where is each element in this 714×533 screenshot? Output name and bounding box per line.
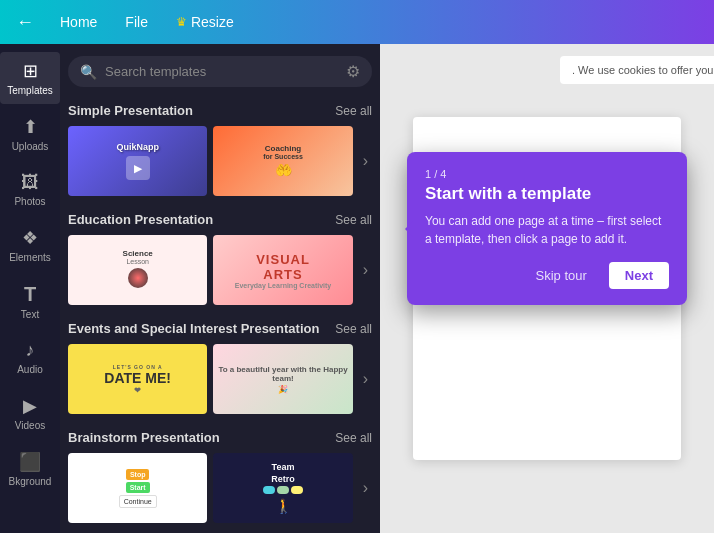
template-cards-events: LET'S GO ON A DATE ME! ❤ To a beautiful … bbox=[68, 344, 353, 414]
template-row-events: LET'S GO ON A DATE ME! ❤ To a beautiful … bbox=[68, 344, 372, 414]
main-layout: ⊞ Templates ⬆ Uploads 🖼 Photos ❖ Element… bbox=[0, 44, 714, 533]
section-header-events: Events and Special Interest Presentation… bbox=[68, 321, 372, 336]
template-card-team-retro[interactable]: Team Retro 🚶 bbox=[213, 453, 352, 523]
sidebar-label-uploads: Uploads bbox=[12, 141, 49, 152]
videos-icon: ▶ bbox=[23, 395, 37, 417]
tour-actions: Skip tour Next bbox=[425, 262, 669, 289]
see-all-simple[interactable]: See all bbox=[335, 104, 372, 118]
tour-popup: 1 / 4 Start with a template You can add … bbox=[407, 152, 687, 305]
photos-icon: 🖼 bbox=[21, 172, 39, 193]
events-arrow-right[interactable]: › bbox=[359, 366, 372, 392]
uploads-icon: ⬆ bbox=[23, 116, 38, 138]
sidebar-item-videos[interactable]: ▶ Videos bbox=[0, 387, 60, 439]
section-title-brainstorm: Brainstorm Presentation bbox=[68, 430, 220, 445]
sidebar-item-background[interactable]: ⬛ Bkground bbox=[0, 443, 60, 495]
template-row-education: Science Lesson VISUAL ARTS Everyday Lear… bbox=[68, 235, 372, 305]
audio-icon: ♪ bbox=[26, 340, 35, 361]
section-header-education: Education Presentation See all bbox=[68, 212, 372, 227]
template-cards-brainstorm: Stop Start Continue Team Retro 🚶 bbox=[68, 453, 353, 523]
template-cards-simple: QuikNapp ▶ Coaching for Success 🤲 bbox=[68, 126, 353, 196]
template-card-visual-arts[interactable]: VISUAL ARTS Everyday Learning Creativity bbox=[213, 235, 352, 305]
section-title-simple: Simple Presentation bbox=[68, 103, 193, 118]
sidebar-item-text[interactable]: T Text bbox=[0, 275, 60, 328]
simple-arrow-right[interactable]: › bbox=[359, 148, 372, 174]
nav-resize[interactable]: ♛ Resize bbox=[170, 10, 240, 34]
tour-title: Start with a template bbox=[425, 184, 669, 204]
education-arrow-right[interactable]: › bbox=[359, 257, 372, 283]
team-retro-bubbles bbox=[263, 486, 303, 494]
cookie-notice: . We use cookies to offer you c bbox=[560, 56, 714, 84]
nav-home[interactable]: Home bbox=[54, 10, 103, 34]
template-card-coaching[interactable]: Coaching for Success 🤲 bbox=[213, 126, 352, 196]
template-card-date-me[interactable]: LET'S GO ON A DATE ME! ❤ bbox=[68, 344, 207, 414]
template-card-science[interactable]: Science Lesson bbox=[68, 235, 207, 305]
template-cards-education: Science Lesson VISUAL ARTS Everyday Lear… bbox=[68, 235, 353, 305]
section-header-simple: Simple Presentation See all bbox=[68, 103, 372, 118]
text-icon: T bbox=[24, 283, 36, 306]
sidebar-label-templates: Templates bbox=[7, 85, 53, 96]
template-panel: 🔍 ⚙ Simple Presentation See all QuikNapp… bbox=[60, 44, 380, 533]
template-row-brainstorm: Stop Start Continue Team Retro 🚶 › bbox=[68, 453, 372, 523]
template-card-team-event[interactable]: To a beautiful year with the Happy team!… bbox=[213, 344, 352, 414]
template-card-stop-start[interactable]: Stop Start Continue bbox=[68, 453, 207, 523]
filter-icon[interactable]: ⚙ bbox=[346, 62, 360, 81]
search-bar[interactable]: 🔍 ⚙ bbox=[68, 56, 372, 87]
nav-file[interactable]: File bbox=[119, 10, 154, 34]
tour-description: You can add one page at a time – first s… bbox=[425, 212, 669, 248]
team-retro-subtitle: Retro bbox=[271, 474, 295, 484]
template-row-simple: QuikNapp ▶ Coaching for Success 🤲 › bbox=[68, 126, 372, 196]
sidebar-item-elements[interactable]: ❖ Elements bbox=[0, 219, 60, 271]
tour-step: 1 / 4 bbox=[425, 168, 669, 180]
team-retro-title: Team bbox=[272, 462, 295, 472]
back-button[interactable]: ← bbox=[12, 8, 38, 37]
top-navigation: ← Home File ♛ Resize bbox=[0, 0, 714, 44]
search-input[interactable] bbox=[105, 64, 338, 79]
sidebar-label-elements: Elements bbox=[9, 252, 51, 263]
sidebar-item-templates[interactable]: ⊞ Templates bbox=[0, 52, 60, 104]
section-title-education: Education Presentation bbox=[68, 212, 213, 227]
templates-icon: ⊞ bbox=[23, 60, 38, 82]
start-box: Start bbox=[126, 482, 150, 493]
sidebar-label-text: Text bbox=[21, 309, 39, 320]
sidebar-label-photos: Photos bbox=[14, 196, 45, 207]
canvas-area: . We use cookies to offer you c 1 / 4 St… bbox=[380, 44, 714, 533]
see-all-education[interactable]: See all bbox=[335, 213, 372, 227]
sidebar-item-photos[interactable]: 🖼 Photos bbox=[0, 164, 60, 215]
search-icon: 🔍 bbox=[80, 64, 97, 80]
sidebar-item-audio[interactable]: ♪ Audio bbox=[0, 332, 60, 383]
sidebar-label-videos: Videos bbox=[15, 420, 45, 431]
template-card-quiknapp[interactable]: QuikNapp ▶ bbox=[68, 126, 207, 196]
section-title-events: Events and Special Interest Presentation bbox=[68, 321, 319, 336]
background-icon: ⬛ bbox=[19, 451, 41, 473]
left-sidebar: ⊞ Templates ⬆ Uploads 🖼 Photos ❖ Element… bbox=[0, 44, 60, 533]
sidebar-label-background: Bkground bbox=[9, 476, 52, 487]
see-all-events[interactable]: See all bbox=[335, 322, 372, 336]
see-all-brainstorm[interactable]: See all bbox=[335, 431, 372, 445]
brainstorm-arrow-right[interactable]: › bbox=[359, 475, 372, 501]
elements-icon: ❖ bbox=[22, 227, 38, 249]
continue-box: Continue bbox=[119, 495, 157, 508]
next-button[interactable]: Next bbox=[609, 262, 669, 289]
sidebar-item-uploads[interactable]: ⬆ Uploads bbox=[0, 108, 60, 160]
skip-tour-button[interactable]: Skip tour bbox=[524, 262, 599, 289]
stop-box: Stop bbox=[126, 469, 150, 480]
sidebar-label-audio: Audio bbox=[17, 364, 43, 375]
crown-icon: ♛ bbox=[176, 15, 187, 29]
section-header-brainstorm: Brainstorm Presentation See all bbox=[68, 430, 372, 445]
